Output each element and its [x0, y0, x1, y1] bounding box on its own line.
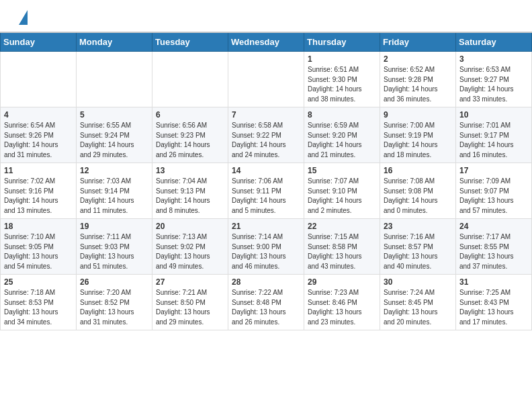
calendar-cell: 1Sunrise: 6:51 AM Sunset: 9:30 PM Daylig…	[304, 52, 380, 107]
calendar-day-header: Friday	[380, 32, 456, 52]
calendar-cell: 27Sunrise: 7:21 AM Sunset: 8:50 PM Dayli…	[152, 275, 228, 330]
day-info: Sunrise: 7:21 AM Sunset: 8:50 PM Dayligh…	[156, 288, 224, 327]
day-number: 1	[308, 54, 376, 64]
calendar-cell	[77, 52, 152, 107]
day-info: Sunrise: 7:25 AM Sunset: 8:43 PM Dayligh…	[459, 288, 528, 327]
day-number: 3	[459, 54, 528, 64]
day-info: Sunrise: 7:06 AM Sunset: 9:11 PM Dayligh…	[232, 177, 300, 216]
day-number: 29	[308, 277, 376, 287]
day-info: Sunrise: 6:52 AM Sunset: 9:28 PM Dayligh…	[384, 65, 452, 104]
day-info: Sunrise: 7:04 AM Sunset: 9:13 PM Dayligh…	[156, 177, 224, 216]
calendar-cell: 5Sunrise: 6:55 AM Sunset: 9:24 PM Daylig…	[77, 107, 152, 163]
day-info: Sunrise: 7:24 AM Sunset: 8:45 PM Dayligh…	[384, 288, 452, 327]
day-info: Sunrise: 7:10 AM Sunset: 9:05 PM Dayligh…	[4, 232, 73, 271]
day-number: 10	[459, 110, 528, 120]
day-number: 8	[308, 110, 376, 120]
day-number: 31	[459, 277, 528, 287]
day-info: Sunrise: 6:51 AM Sunset: 9:30 PM Dayligh…	[308, 65, 376, 104]
day-info: Sunrise: 7:14 AM Sunset: 9:00 PM Dayligh…	[232, 232, 300, 271]
day-info: Sunrise: 6:56 AM Sunset: 9:23 PM Dayligh…	[156, 121, 224, 160]
day-number: 15	[308, 166, 376, 175]
calendar-cell: 21Sunrise: 7:14 AM Sunset: 9:00 PM Dayli…	[228, 219, 304, 275]
day-number: 16	[384, 166, 452, 175]
calendar-cell: 20Sunrise: 7:13 AM Sunset: 9:02 PM Dayli…	[152, 219, 228, 275]
calendar-cell: 10Sunrise: 7:01 AM Sunset: 9:17 PM Dayli…	[456, 107, 532, 163]
logo-triangle-icon	[19, 10, 28, 25]
calendar-week-row: 11Sunrise: 7:02 AM Sunset: 9:16 PM Dayli…	[1, 163, 532, 219]
calendar-cell: 23Sunrise: 7:16 AM Sunset: 8:57 PM Dayli…	[380, 219, 456, 275]
calendar-cell: 3Sunrise: 6:53 AM Sunset: 9:27 PM Daylig…	[456, 52, 532, 107]
calendar-cell: 19Sunrise: 7:11 AM Sunset: 9:03 PM Dayli…	[77, 219, 152, 275]
day-number: 19	[80, 222, 148, 231]
calendar-cell: 9Sunrise: 7:00 AM Sunset: 9:19 PM Daylig…	[380, 107, 456, 163]
calendar-cell: 15Sunrise: 7:07 AM Sunset: 9:10 PM Dayli…	[304, 163, 380, 219]
day-info: Sunrise: 6:55 AM Sunset: 9:24 PM Dayligh…	[80, 121, 148, 160]
calendar-cell: 7Sunrise: 6:58 AM Sunset: 9:22 PM Daylig…	[228, 107, 304, 163]
day-number: 20	[156, 222, 224, 231]
day-number: 28	[232, 277, 300, 287]
calendar-cell: 30Sunrise: 7:24 AM Sunset: 8:45 PM Dayli…	[380, 275, 456, 330]
day-info: Sunrise: 7:23 AM Sunset: 8:46 PM Dayligh…	[308, 288, 376, 327]
day-info: Sunrise: 7:18 AM Sunset: 8:53 PM Dayligh…	[4, 288, 73, 327]
day-info: Sunrise: 7:11 AM Sunset: 9:03 PM Dayligh…	[80, 232, 148, 271]
day-info: Sunrise: 7:09 AM Sunset: 9:07 PM Dayligh…	[459, 177, 528, 216]
calendar-cell	[228, 52, 304, 107]
day-info: Sunrise: 6:58 AM Sunset: 9:22 PM Dayligh…	[232, 121, 300, 160]
calendar-cell: 14Sunrise: 7:06 AM Sunset: 9:11 PM Dayli…	[228, 163, 304, 219]
day-number: 5	[80, 110, 148, 120]
day-number: 4	[4, 110, 73, 120]
calendar-table: SundayMondayTuesdayWednesdayThursdayFrid…	[0, 32, 532, 330]
day-number: 7	[232, 110, 300, 120]
day-info: Sunrise: 7:02 AM Sunset: 9:16 PM Dayligh…	[4, 177, 73, 216]
day-number: 6	[156, 110, 224, 120]
calendar-cell	[1, 52, 77, 107]
day-info: Sunrise: 7:00 AM Sunset: 9:19 PM Dayligh…	[384, 121, 452, 160]
calendar-day-header: Saturday	[456, 32, 532, 52]
calendar-cell: 29Sunrise: 7:23 AM Sunset: 8:46 PM Dayli…	[304, 275, 380, 330]
calendar-cell: 17Sunrise: 7:09 AM Sunset: 9:07 PM Dayli…	[456, 163, 532, 219]
day-number: 11	[4, 166, 73, 175]
logo	[16, 12, 28, 25]
day-info: Sunrise: 7:01 AM Sunset: 9:17 PM Dayligh…	[459, 121, 528, 160]
day-info: Sunrise: 7:03 AM Sunset: 9:14 PM Dayligh…	[80, 177, 148, 216]
calendar-cell: 6Sunrise: 6:56 AM Sunset: 9:23 PM Daylig…	[152, 107, 228, 163]
calendar-week-row: 4Sunrise: 6:54 AM Sunset: 9:26 PM Daylig…	[1, 107, 532, 163]
day-number: 25	[4, 277, 73, 287]
day-number: 24	[459, 222, 528, 231]
calendar-cell: 18Sunrise: 7:10 AM Sunset: 9:05 PM Dayli…	[1, 219, 77, 275]
calendar-day-header: Thursday	[304, 32, 380, 52]
day-info: Sunrise: 7:15 AM Sunset: 8:58 PM Dayligh…	[308, 232, 376, 271]
day-number: 13	[156, 166, 224, 175]
day-number: 14	[232, 166, 300, 175]
page-header	[0, 0, 532, 32]
day-info: Sunrise: 7:13 AM Sunset: 9:02 PM Dayligh…	[156, 232, 224, 271]
calendar-week-row: 18Sunrise: 7:10 AM Sunset: 9:05 PM Dayli…	[1, 219, 532, 275]
calendar-day-header: Tuesday	[152, 32, 228, 52]
day-info: Sunrise: 6:59 AM Sunset: 9:20 PM Dayligh…	[308, 121, 376, 160]
day-info: Sunrise: 7:07 AM Sunset: 9:10 PM Dayligh…	[308, 177, 376, 216]
calendar-cell	[152, 52, 228, 107]
calendar-cell: 4Sunrise: 6:54 AM Sunset: 9:26 PM Daylig…	[1, 107, 77, 163]
footer	[0, 330, 532, 338]
calendar-cell: 24Sunrise: 7:17 AM Sunset: 8:55 PM Dayli…	[456, 219, 532, 275]
day-number: 23	[384, 222, 452, 231]
day-info: Sunrise: 6:54 AM Sunset: 9:26 PM Dayligh…	[4, 121, 73, 160]
calendar-day-header: Monday	[77, 32, 152, 52]
day-info: Sunrise: 6:53 AM Sunset: 9:27 PM Dayligh…	[459, 65, 528, 104]
day-number: 22	[308, 222, 376, 231]
day-number: 30	[384, 277, 452, 287]
calendar-cell: 13Sunrise: 7:04 AM Sunset: 9:13 PM Dayli…	[152, 163, 228, 219]
calendar-week-row: 1Sunrise: 6:51 AM Sunset: 9:30 PM Daylig…	[1, 52, 532, 107]
calendar-cell: 31Sunrise: 7:25 AM Sunset: 8:43 PM Dayli…	[456, 275, 532, 330]
calendar-day-header: Wednesday	[228, 32, 304, 52]
calendar-cell: 8Sunrise: 6:59 AM Sunset: 9:20 PM Daylig…	[304, 107, 380, 163]
day-info: Sunrise: 7:17 AM Sunset: 8:55 PM Dayligh…	[459, 232, 528, 271]
calendar-cell: 26Sunrise: 7:20 AM Sunset: 8:52 PM Dayli…	[77, 275, 152, 330]
calendar-day-header: Sunday	[1, 32, 77, 52]
day-info: Sunrise: 7:20 AM Sunset: 8:52 PM Dayligh…	[80, 288, 148, 327]
day-number: 9	[384, 110, 452, 120]
calendar-cell: 25Sunrise: 7:18 AM Sunset: 8:53 PM Dayli…	[1, 275, 77, 330]
calendar-cell: 11Sunrise: 7:02 AM Sunset: 9:16 PM Dayli…	[1, 163, 77, 219]
day-number: 2	[384, 54, 452, 64]
day-number: 17	[459, 166, 528, 175]
